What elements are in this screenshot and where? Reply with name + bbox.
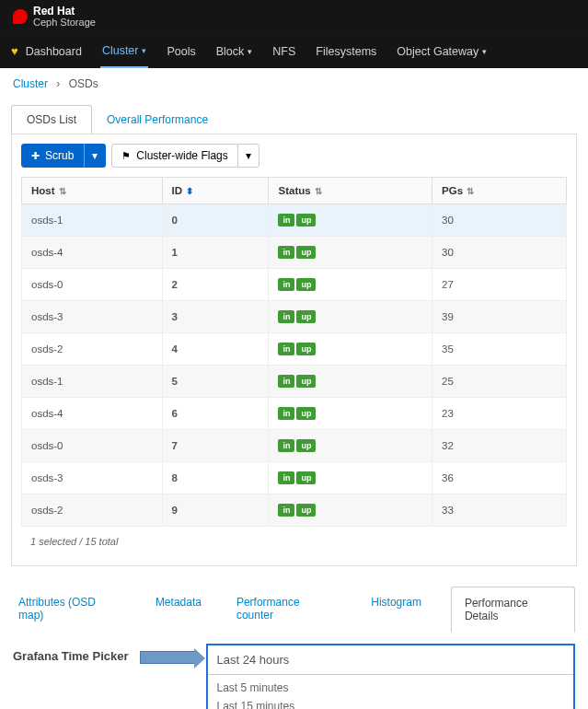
cell-host: osds-2 <box>22 494 163 527</box>
cell-id: 1 <box>162 237 269 269</box>
osds-toolbar: ✚ Scrub ▾ ⚑ Cluster-wide Flags ▾ <box>21 144 567 168</box>
cell-pgs: 39 <box>432 301 567 333</box>
cell-status: inup <box>269 204 432 237</box>
broom-icon: ✚ <box>31 150 40 162</box>
table-row[interactable]: osds-41inup30 <box>22 237 567 269</box>
status-badge-up: up <box>296 407 316 420</box>
brand-product: Ceph Storage <box>33 17 96 28</box>
chevron-down-icon: ▾ <box>92 149 98 162</box>
status-badge-in: in <box>278 343 294 355</box>
status-badge-up: up <box>296 471 316 484</box>
sort-icon: ⇅ <box>467 186 474 196</box>
cell-id: 0 <box>162 204 269 237</box>
status-badge-up: up <box>296 343 316 355</box>
chevron-down-icon: ▾ <box>246 149 251 162</box>
cell-pgs: 30 <box>432 237 567 269</box>
table-row[interactable]: osds-10inup30 <box>22 204 567 237</box>
cell-host: osds-2 <box>22 333 163 366</box>
breadcrumb-root[interactable]: Cluster <box>13 77 48 90</box>
col-status[interactable]: Status⇅ <box>269 178 432 204</box>
status-badge-up: up <box>296 214 316 227</box>
scrub-button[interactable]: ✚ Scrub <box>21 144 84 168</box>
osds-table: Host⇅ ID⬍ Status⇅ PGs⇅ osds-10inup30osds… <box>21 177 567 527</box>
cell-pgs: 33 <box>432 494 567 527</box>
time-picker-input[interactable] <box>208 645 574 675</box>
status-badge-up: up <box>296 278 316 291</box>
cell-status: inup <box>269 333 432 366</box>
tab-overall-performance[interactable]: Overall Performance <box>91 105 224 134</box>
status-badge-in: in <box>278 246 294 259</box>
table-row[interactable]: osds-33inup39 <box>22 301 567 333</box>
status-badge-in: in <box>278 214 294 227</box>
time-picker-label: Grafana Time Picker <box>13 644 129 663</box>
cell-host: osds-3 <box>22 301 163 333</box>
time-picker-option[interactable]: Last 15 minutes <box>208 697 574 709</box>
cluster-flags-dropdown[interactable]: ▾ <box>237 144 259 168</box>
cell-id: 3 <box>162 301 269 333</box>
detail-tabstrip: Attributes (OSD map) Metadata Performanc… <box>13 587 575 633</box>
time-picker-option[interactable]: Last 5 minutes <box>208 679 574 697</box>
cell-pgs: 30 <box>432 204 567 237</box>
brand-name: Red Hat <box>33 5 75 17</box>
cluster-flags-button[interactable]: ⚑ Cluster-wide Flags <box>111 144 237 168</box>
time-picker-dropdown[interactable]: Last 5 minutesLast 15 minutesLast 30 min… <box>206 644 576 709</box>
subtab-attributes[interactable]: Attributes (OSD map) <box>13 587 126 633</box>
table-row[interactable]: osds-46inup23 <box>22 398 567 430</box>
nav-cluster[interactable]: Cluster ▾ <box>100 35 149 68</box>
status-badge-in: in <box>278 278 294 291</box>
cell-pgs: 32 <box>432 430 567 462</box>
cell-host: osds-1 <box>22 366 163 398</box>
top-tabstrip: OSDs List Overall Performance <box>11 105 577 134</box>
selection-status: 1 selected / 15 total <box>21 527 567 556</box>
nav-block[interactable]: Block ▾ <box>214 36 255 67</box>
flag-icon: ⚑ <box>121 150 131 162</box>
status-badge-up: up <box>296 246 316 259</box>
status-badge-up: up <box>296 504 316 517</box>
sort-icon: ⇅ <box>59 186 66 196</box>
subtab-histogram[interactable]: Histogram <box>365 587 427 633</box>
cell-pgs: 35 <box>432 333 567 366</box>
table-row[interactable]: osds-29inup33 <box>22 494 567 527</box>
cell-pgs: 36 <box>432 462 567 494</box>
status-badge-in: in <box>278 439 294 452</box>
cell-id: 4 <box>162 333 269 366</box>
table-row[interactable]: osds-38inup36 <box>22 462 567 494</box>
nav-cluster-label: Cluster <box>102 44 139 57</box>
breadcrumb: Cluster › OSDs <box>0 68 588 99</box>
table-row[interactable]: osds-15inup25 <box>22 366 567 398</box>
status-badge-in: in <box>278 310 294 323</box>
health-icon: ♥ <box>11 44 18 58</box>
sort-asc-icon: ⬍ <box>186 186 193 196</box>
nav-pools[interactable]: Pools <box>165 36 197 67</box>
cell-id: 5 <box>162 366 269 398</box>
col-pgs[interactable]: PGs⇅ <box>432 178 567 204</box>
subtab-metadata[interactable]: Metadata <box>150 587 207 633</box>
table-row[interactable]: osds-02inup27 <box>22 269 567 301</box>
cell-host: osds-3 <box>22 462 163 494</box>
nav-filesystems[interactable]: Filesystems <box>314 36 378 67</box>
table-row[interactable]: osds-07inup32 <box>22 430 567 462</box>
cell-host: osds-0 <box>22 269 163 301</box>
tab-osds-list[interactable]: OSDs List <box>11 105 92 134</box>
col-id[interactable]: ID⬍ <box>162 178 269 204</box>
cell-id: 6 <box>162 398 269 430</box>
status-badge-in: in <box>278 471 294 484</box>
subtab-perf-details[interactable]: Performance Details <box>451 587 575 633</box>
nav-nfs[interactable]: NFS <box>271 36 297 67</box>
col-host[interactable]: Host⇅ <box>22 178 163 204</box>
sort-icon: ⇅ <box>315 186 322 196</box>
nav-object-gateway[interactable]: Object Gateway ▾ <box>395 36 489 67</box>
subtab-perf-counter[interactable]: Performance counter <box>231 587 341 633</box>
cell-status: inup <box>269 462 432 494</box>
time-picker-options: Last 5 minutesLast 15 minutesLast 30 min… <box>208 675 574 709</box>
nav-dashboard[interactable]: ♥ Dashboard <box>9 35 84 67</box>
cell-status: inup <box>269 366 432 398</box>
scrub-dropdown[interactable]: ▾ <box>84 144 106 168</box>
cell-id: 2 <box>162 269 269 301</box>
cell-id: 8 <box>162 462 269 494</box>
table-row[interactable]: osds-24inup35 <box>22 333 567 366</box>
main-nav: ♥ Dashboard Cluster ▾ Pools Block ▾ NFS … <box>0 33 588 68</box>
status-badge-in: in <box>278 504 294 517</box>
cell-status: inup <box>269 398 432 430</box>
cell-host: osds-4 <box>22 237 163 269</box>
